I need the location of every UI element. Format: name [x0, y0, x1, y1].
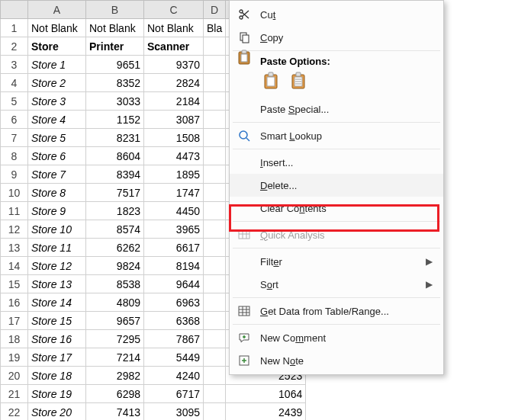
cell-D2[interactable]	[204, 37, 226, 56]
cell-H21[interactable]: 1064	[226, 385, 306, 403]
cell-A4[interactable]: Store 2	[28, 74, 86, 92]
cell-C18[interactable]: 7867	[144, 330, 204, 348]
cell-A19[interactable]: Store 17	[28, 348, 86, 367]
menu-filter[interactable]: Filter ▶	[230, 250, 443, 273]
select-all-corner[interactable]	[1, 1, 28, 19]
paste-option-1-icon[interactable]	[263, 72, 280, 90]
cell-D4[interactable]	[204, 74, 226, 92]
cell-A18[interactable]: Store 16	[28, 330, 86, 348]
cell-C9[interactable]: 1895	[144, 165, 204, 184]
row-header-9[interactable]: 9	[1, 165, 28, 184]
cell-B10[interactable]: 7517	[86, 184, 144, 202]
cell-H22[interactable]: 2439	[226, 403, 306, 421]
cell-D8[interactable]	[204, 147, 226, 165]
cell-B8[interactable]: 8604	[86, 147, 144, 165]
cell-C3[interactable]: 9370	[144, 56, 204, 74]
cell-B19[interactable]: 7214	[86, 348, 144, 367]
column-header-D[interactable]: D	[204, 1, 226, 19]
cell-B2[interactable]: Printer	[86, 37, 144, 56]
row-header-13[interactable]: 13	[1, 239, 28, 257]
cell-A3[interactable]: Store 1	[28, 56, 86, 74]
cell-C8[interactable]: 4473	[144, 147, 204, 165]
cell-D15[interactable]	[204, 275, 226, 293]
cell-C21[interactable]: 6717	[144, 385, 204, 403]
cell-C11[interactable]: 4450	[144, 202, 204, 220]
cell-C1[interactable]: Not Blank	[144, 19, 204, 37]
cell-A17[interactable]: Store 15	[28, 312, 86, 330]
row-header-19[interactable]: 19	[1, 348, 28, 367]
cell-C19[interactable]: 5449	[144, 348, 204, 367]
cell-C4[interactable]: 2824	[144, 74, 204, 92]
row-header-6[interactable]: 6	[1, 111, 28, 129]
row-header-20[interactable]: 20	[1, 367, 28, 385]
row-header-14[interactable]: 14	[1, 257, 28, 275]
cell-A7[interactable]: Store 5	[28, 129, 86, 147]
cell-B5[interactable]: 3033	[86, 92, 144, 111]
cell-C2[interactable]: Scanner	[144, 37, 204, 56]
cell-A8[interactable]: Store 6	[28, 147, 86, 165]
cell-B20[interactable]: 2982	[86, 367, 144, 385]
cell-B15[interactable]: 8538	[86, 275, 144, 293]
cell-D5[interactable]	[204, 92, 226, 111]
row-header-21[interactable]: 21	[1, 385, 28, 403]
cell-A21[interactable]: Store 19	[28, 385, 86, 403]
cell-A1[interactable]: Not Blank	[28, 19, 86, 37]
cell-A13[interactable]: Store 11	[28, 239, 86, 257]
cell-B6[interactable]: 1152	[86, 111, 144, 129]
cell-A12[interactable]: Store 10	[28, 220, 86, 239]
cell-B12[interactable]: 8574	[86, 220, 144, 239]
row-header-15[interactable]: 15	[1, 275, 28, 293]
cell-B3[interactable]: 9651	[86, 56, 144, 74]
cell-A20[interactable]: Store 18	[28, 367, 86, 385]
column-header-B[interactable]: B	[86, 1, 144, 19]
cell-D9[interactable]	[204, 165, 226, 184]
cell-D19[interactable]	[204, 348, 226, 367]
cell-C16[interactable]: 6963	[144, 293, 204, 312]
cell-C15[interactable]: 9644	[144, 275, 204, 293]
cell-B4[interactable]: 8352	[86, 74, 144, 92]
cell-D7[interactable]	[204, 129, 226, 147]
cell-D13[interactable]	[204, 239, 226, 257]
column-header-C[interactable]: C	[144, 1, 204, 19]
menu-get-data[interactable]: Get Data from Table/Range...	[230, 300, 443, 322]
cell-A10[interactable]: Store 8	[28, 184, 86, 202]
cell-D18[interactable]	[204, 330, 226, 348]
cell-C6[interactable]: 3087	[144, 111, 204, 129]
cell-C5[interactable]: 2184	[144, 92, 204, 111]
cell-B17[interactable]: 9657	[86, 312, 144, 330]
cell-A6[interactable]: Store 4	[28, 111, 86, 129]
cell-D21[interactable]	[204, 385, 226, 403]
row-header-8[interactable]: 8	[1, 147, 28, 165]
cell-B14[interactable]: 9824	[86, 257, 144, 275]
cell-B13[interactable]: 6262	[86, 239, 144, 257]
row-header-16[interactable]: 16	[1, 293, 28, 312]
cell-B21[interactable]: 6298	[86, 385, 144, 403]
menu-sort[interactable]: Sort ▶	[230, 273, 443, 296]
cell-D1[interactable]: Bla	[204, 19, 226, 37]
column-header-A[interactable]: A	[28, 1, 86, 19]
row-header-7[interactable]: 7	[1, 129, 28, 147]
menu-insert[interactable]: Insert...	[230, 151, 443, 174]
cell-D20[interactable]	[204, 367, 226, 385]
cell-D14[interactable]	[204, 257, 226, 275]
cell-A11[interactable]: Store 9	[28, 202, 86, 220]
cell-B16[interactable]: 4809	[86, 293, 144, 312]
menu-new-note[interactable]: New Note	[230, 349, 443, 372]
cell-D12[interactable]	[204, 220, 226, 239]
cell-A2[interactable]: Store	[28, 37, 86, 56]
row-header-4[interactable]: 4	[1, 74, 28, 92]
menu-clear-contents[interactable]: Clear Contents	[230, 197, 443, 220]
cell-B22[interactable]: 7413	[86, 403, 144, 421]
cell-C10[interactable]: 1747	[144, 184, 204, 202]
row-header-11[interactable]: 11	[1, 202, 28, 220]
cell-A14[interactable]: Store 12	[28, 257, 86, 275]
cell-C7[interactable]: 1508	[144, 129, 204, 147]
cell-D6[interactable]	[204, 111, 226, 129]
row-header-12[interactable]: 12	[1, 220, 28, 239]
menu-cut[interactable]: Cut	[230, 3, 443, 26]
paste-option-2-icon[interactable]	[291, 72, 307, 90]
row-header-18[interactable]: 18	[1, 330, 28, 348]
cell-C13[interactable]: 6617	[144, 239, 204, 257]
cell-C22[interactable]: 3095	[144, 403, 204, 421]
cell-A5[interactable]: Store 3	[28, 92, 86, 111]
